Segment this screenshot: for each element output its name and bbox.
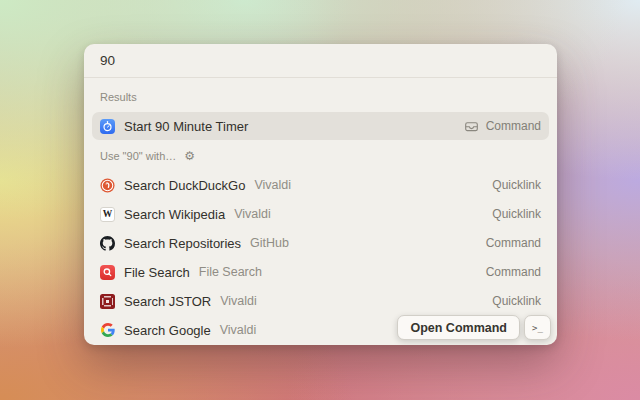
row-type-label: Command bbox=[486, 236, 541, 250]
results-section-header: Results bbox=[84, 78, 557, 112]
row-subtitle: Vivaldi bbox=[254, 178, 291, 192]
drawer-icon bbox=[464, 119, 479, 134]
search-bar bbox=[84, 44, 557, 78]
github-icon bbox=[100, 236, 115, 251]
row-subtitle: Vivaldi bbox=[220, 294, 257, 308]
wikipedia-icon: W bbox=[100, 207, 115, 222]
results-header-label: Results bbox=[100, 90, 137, 104]
row-type-label: Quicklink bbox=[492, 294, 541, 308]
row-title: Search JSTOR bbox=[124, 294, 211, 309]
row-title: Search DuckDuckGo bbox=[124, 178, 245, 193]
gear-icon[interactable]: ⚙ bbox=[184, 150, 195, 162]
action-footer: Open Command >_ bbox=[397, 315, 551, 340]
result-title: Start 90 Minute Timer bbox=[124, 119, 248, 134]
row-type-label: Quicklink bbox=[492, 178, 541, 192]
duckduckgo-icon bbox=[100, 178, 115, 193]
google-icon bbox=[100, 323, 115, 338]
row-subtitle: Vivaldi bbox=[220, 323, 257, 337]
result-row-start-timer[interactable]: Start 90 Minute Timer Command bbox=[92, 112, 549, 140]
suggestion-row-duckduckgo[interactable]: Search DuckDuckGo Vivaldi Quicklink bbox=[92, 171, 549, 199]
suggestion-row-wikipedia[interactable]: W Search Wikipedia Vivaldi Quicklink bbox=[92, 200, 549, 228]
search-input[interactable] bbox=[100, 53, 541, 68]
jstor-icon bbox=[100, 294, 115, 309]
launcher-window: Results Start 90 Minute Timer bbox=[84, 44, 557, 345]
row-title: Search Wikipedia bbox=[124, 207, 225, 222]
open-command-button[interactable]: Open Command bbox=[397, 315, 520, 340]
use-with-section-header: Use "90" with… ⚙ bbox=[84, 141, 557, 171]
suggestion-row-file-search[interactable]: File Search File Search Command bbox=[92, 258, 549, 286]
suggestion-row-jstor[interactable]: Search JSTOR Vivaldi Quicklink bbox=[92, 287, 549, 315]
result-type-label: Command bbox=[486, 119, 541, 133]
row-title: Search Google bbox=[124, 323, 211, 338]
enter-key-hint: >_ bbox=[524, 315, 551, 340]
row-subtitle: Vivaldi bbox=[234, 207, 271, 221]
use-with-header-label: Use "90" with… bbox=[100, 149, 176, 163]
row-type-label: Command bbox=[486, 265, 541, 279]
row-subtitle: GitHub bbox=[250, 236, 289, 250]
suggestion-row-github[interactable]: Search Repositories GitHub Command bbox=[92, 229, 549, 257]
desktop-wallpaper: Results Start 90 Minute Timer bbox=[0, 0, 640, 400]
row-title: Search Repositories bbox=[124, 236, 241, 251]
row-subtitle: File Search bbox=[199, 265, 262, 279]
row-title: File Search bbox=[124, 265, 190, 280]
row-type-label: Quicklink bbox=[492, 207, 541, 221]
timer-icon bbox=[100, 119, 115, 134]
file-search-icon bbox=[100, 265, 115, 280]
